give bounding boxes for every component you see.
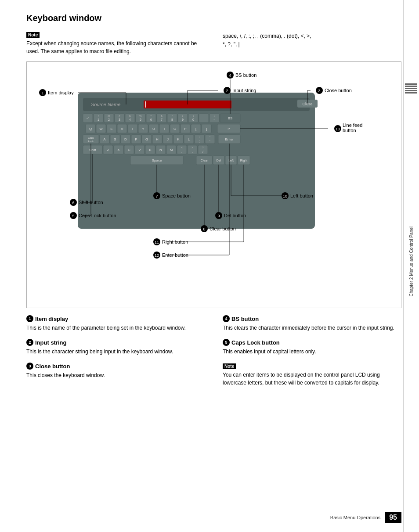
svg-text:Caps: Caps: [88, 137, 94, 139]
svg-text:P: P: [184, 127, 186, 131]
svg-text:;: ;: [199, 140, 200, 143]
svg-text:&: &: [161, 115, 163, 117]
desc-text-2: This is the character string being input…: [26, 348, 205, 356]
svg-text:9: 9: [182, 118, 184, 121]
source-name-label: Source Name: [91, 102, 120, 107]
svg-text:↵: ↵: [228, 127, 230, 130]
svg-text:~`: ~`: [87, 117, 89, 120]
svg-text:1: 1: [41, 91, 43, 95]
svg-text:H: H: [156, 137, 159, 141]
desc-item-3: 3 Close button This closes the keyboard …: [26, 363, 205, 379]
svg-text:8: 8: [171, 118, 173, 121]
svg-text:C: C: [128, 148, 130, 152]
svg-text:%: %: [139, 115, 142, 117]
svg-text:K: K: [177, 137, 180, 141]
desc-text-4: This clears the character immediately be…: [223, 324, 401, 332]
desc-title-5: Caps Lock button: [231, 339, 280, 346]
svg-text:Enter: Enter: [225, 137, 233, 141]
svg-text:Y: Y: [142, 127, 144, 131]
svg-text:Del: Del: [217, 159, 221, 162]
svg-text:R: R: [121, 127, 123, 131]
svg-text:10: 10: [283, 194, 287, 198]
page-container: Keyboard window Note Except when changin…: [0, 0, 419, 532]
svg-text:Right: Right: [240, 159, 247, 162]
note2-label: Note: [223, 363, 236, 369]
svg-text:/: /: [202, 150, 203, 153]
desc-item-4: 4 BS button This clears the character im…: [223, 315, 401, 332]
note1-right-text: space, \, /, :, ;, , (comma), . (dot), <…: [223, 33, 311, 47]
svg-text:Clear button: Clear button: [210, 226, 236, 231]
svg-text:Shift button: Shift button: [79, 200, 103, 205]
desc-circle-4: 4: [223, 315, 230, 322]
svg-text:6: 6: [72, 201, 74, 205]
svg-text:Caps Lock button: Caps Lock button: [79, 213, 116, 218]
svg-text:(: (: [182, 115, 183, 117]
note1-left-text: Except when changing source names, the f…: [26, 40, 205, 55]
svg-text:Enter button: Enter button: [162, 252, 188, 258]
svg-text:4: 4: [129, 118, 131, 121]
svg-text:N: N: [159, 148, 162, 152]
svg-text:Z: Z: [107, 148, 109, 152]
svg-text:]: ]: [206, 127, 207, 131]
desc-title-2: Input string: [35, 339, 67, 346]
svg-text:Del button: Del button: [224, 213, 246, 218]
svg-text:0: 0: [192, 118, 194, 121]
svg-text:F: F: [135, 137, 137, 141]
svg-text:,: ,: [181, 150, 182, 153]
svg-text:3: 3: [119, 118, 120, 121]
svg-text:1: 1: [98, 118, 99, 121]
svg-text:): ): [193, 115, 194, 117]
note2-text: You can enter items to be displayed on t…: [223, 371, 401, 387]
svg-text:O: O: [173, 127, 176, 131]
svg-text:Space: Space: [152, 158, 162, 162]
svg-text:button: button: [343, 128, 356, 133]
desc-item-1: 1 Item display This is the name of the p…: [26, 315, 205, 332]
svg-text:<: <: [181, 146, 183, 149]
svg-text:2: 2: [108, 118, 110, 121]
svg-text:S: S: [114, 137, 116, 141]
svg-text:3: 3: [318, 89, 320, 93]
svg-text:V: V: [138, 148, 141, 152]
desc-text-1: This is the name of the parameter being …: [26, 324, 205, 332]
svg-text:Q: Q: [89, 127, 92, 131]
svg-text:Left button: Left button: [290, 193, 313, 198]
keyboard-svg: Source Name Close ~` ! 1 @ 2 #: [34, 66, 394, 303]
desc-circle-2: 2: [26, 339, 33, 346]
keyboard-diagram: Source Name Close ~` ! 1 @ 2 #: [26, 61, 401, 308]
svg-text:13: 13: [336, 127, 340, 131]
page-number: 95: [385, 512, 401, 523]
svg-text:Right button: Right button: [162, 239, 188, 244]
svg-text:M: M: [170, 148, 173, 152]
svg-text:Clear: Clear: [201, 159, 208, 162]
desc-title-1: Item display: [35, 316, 68, 322]
svg-text:': ': [210, 140, 210, 143]
svg-text:B: B: [149, 148, 151, 152]
desc-text-3: This closes the keyboard window.: [26, 371, 205, 379]
descriptions: 1 Item display This is the name of the p…: [26, 315, 401, 387]
desc-circle-1: 1: [26, 315, 33, 322]
svg-text:": ": [210, 136, 210, 138]
svg-text:8: 8: [203, 227, 205, 231]
svg-text:9: 9: [217, 214, 220, 218]
page-label: Basic Menu Operations: [330, 515, 380, 520]
svg-text:D: D: [124, 137, 127, 141]
desc-title-3: Close button: [35, 363, 70, 370]
svg-text:12: 12: [155, 253, 159, 258]
key-row-1: ~` ! 1 @ 2 # 3 $ 4 % 5 ^ 6: [83, 114, 240, 122]
page-number-area: Basic Menu Operations 95: [330, 512, 401, 523]
note2-box: Note You can enter items to be displayed…: [223, 363, 401, 387]
note1-label: Note: [26, 32, 40, 38]
svg-text:_: _: [202, 115, 205, 117]
svg-text:+: +: [213, 115, 215, 117]
svg-text:@: @: [108, 115, 110, 117]
svg-text:11: 11: [155, 240, 159, 244]
svg-text:I: I: [164, 127, 165, 131]
right-sidebar: Chapter 2 Menus and Control Panel: [403, 0, 419, 532]
svg-text:>: >: [191, 146, 193, 149]
svg-text:Space button: Space button: [162, 193, 191, 198]
desc-circle-3: 3: [26, 363, 33, 370]
svg-text:Close button: Close button: [325, 88, 352, 93]
svg-text:X: X: [117, 148, 120, 152]
svg-text:BS: BS: [228, 116, 233, 120]
desc-title-4: BS button: [231, 316, 259, 322]
